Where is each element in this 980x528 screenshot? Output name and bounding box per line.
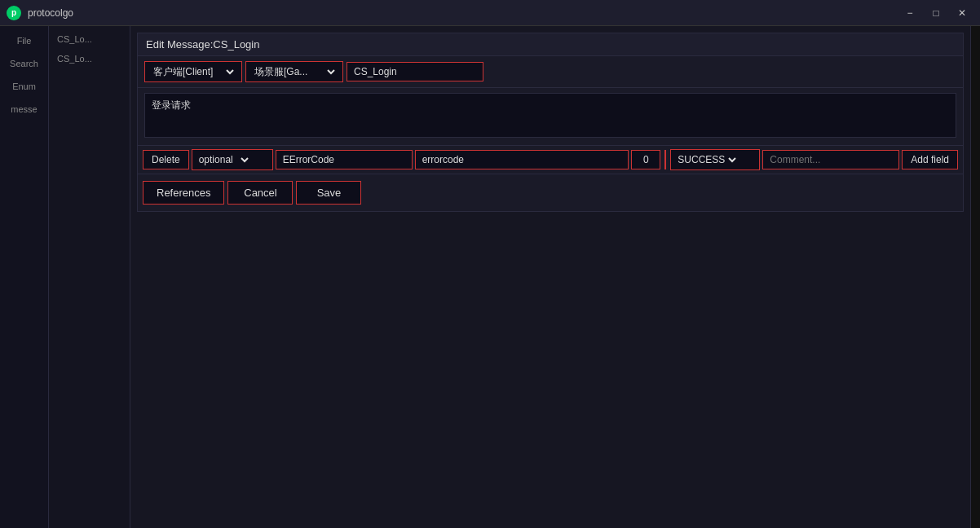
comment-section: 登录请求 <box>138 88 963 146</box>
title-bar-left: p protocolgo <box>7 6 73 20</box>
separator <box>664 150 666 169</box>
maximize-button[interactable]: □ <box>925 5 947 21</box>
nav-item-cs-login-1[interactable]: CS_Lo... <box>49 29 130 49</box>
message-name-input[interactable] <box>347 62 483 81</box>
sidebar-file[interactable]: File <box>0 29 48 52</box>
optional-dropdown[interactable]: optional required repeated <box>196 153 251 166</box>
content-area: Edit Message:CS_Login 客户端[Client] 服务端[Se… <box>130 26 970 528</box>
app-logo: p <box>7 6 21 20</box>
source-dropdown-wrapper[interactable]: 客户端[Client] 服务端[Server] <box>144 61 242 82</box>
scene-dropdown-wrapper[interactable]: 场景服[Ga... 大厅服[Hall] <box>245 61 343 82</box>
references-button[interactable]: References <box>143 181 224 205</box>
sidebar-message[interactable]: messe <box>0 98 48 121</box>
field-index-input[interactable] <box>631 150 660 169</box>
right-scrollbar[interactable] <box>970 26 980 528</box>
sidebar: File Search Enum messe <box>0 26 49 528</box>
edit-panel-header: Edit Message:CS_Login <box>138 33 963 56</box>
close-button[interactable]: ✕ <box>951 5 973 21</box>
field-name-input[interactable] <box>415 150 629 169</box>
cancel-button[interactable]: Cancel <box>227 181 293 205</box>
save-button[interactable]: Save <box>296 181 361 205</box>
default-dropdown-wrapper[interactable]: SUCCESS FAIL NONE <box>670 149 760 170</box>
app-title: protocolgo <box>28 7 73 19</box>
scene-dropdown[interactable]: 场景服[Ga... 大厅服[Hall] <box>251 65 338 78</box>
side-nav: CS_Lo... CS_Lo... <box>49 26 130 528</box>
sidebar-enum[interactable]: Enum <box>0 75 48 98</box>
optional-dropdown-wrapper[interactable]: optional required repeated <box>192 149 273 170</box>
dropdowns-row: 客户端[Client] 服务端[Server] 场景服[Ga... 大厅服[Ha… <box>138 56 963 88</box>
sidebar-search[interactable]: Search <box>0 52 48 75</box>
add-field-button[interactable]: Add field <box>902 150 958 169</box>
action-buttons-row: References Cancel Save <box>138 174 963 211</box>
title-bar: p protocolgo − □ ✕ <box>0 0 980 26</box>
delete-field-button[interactable]: Delete <box>143 150 189 169</box>
edit-panel-title: Edit Message:CS_Login <box>146 38 259 51</box>
nav-item-cs-login-2[interactable]: CS_Lo... <box>49 49 130 68</box>
main-layout: File Search Enum messe CS_Lo... CS_Lo...… <box>0 26 980 528</box>
field-comment-input[interactable] <box>762 150 899 169</box>
fields-row: Delete optional required repeated SUCCES… <box>138 146 963 174</box>
comment-textarea[interactable]: 登录请求 <box>144 93 956 138</box>
field-type-input[interactable] <box>276 150 413 169</box>
source-dropdown[interactable]: 客户端[Client] 服务端[Server] <box>150 65 236 78</box>
title-bar-controls: − □ ✕ <box>898 5 973 21</box>
edit-panel: Edit Message:CS_Login 客户端[Client] 服务端[Se… <box>137 33 964 212</box>
minimize-button[interactable]: − <box>898 5 921 21</box>
default-dropdown[interactable]: SUCCESS FAIL NONE <box>674 153 739 166</box>
